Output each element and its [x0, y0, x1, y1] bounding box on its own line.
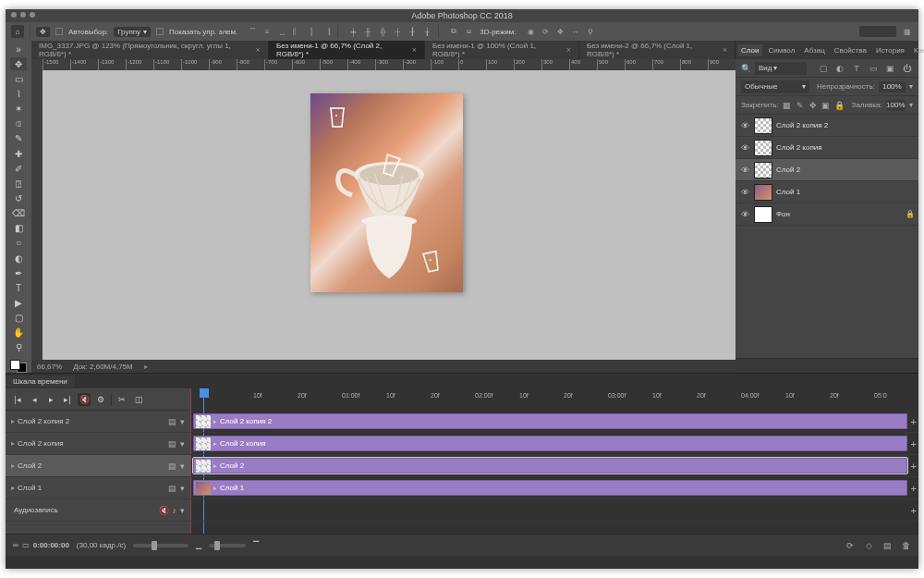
crop-tool[interactable]: ⟃	[10, 117, 27, 130]
pen-tool[interactable]: ✒	[10, 266, 27, 279]
healing-tool[interactable]: ✚	[10, 147, 27, 160]
traffic-lights[interactable]	[11, 12, 35, 18]
panel-tab[interactable]: Свойства	[831, 44, 870, 56]
align-vmid-icon[interactable]: ≡	[261, 26, 273, 37]
panel-tab[interactable]: Символ	[764, 44, 798, 56]
filter-type-icon[interactable]: T	[850, 62, 863, 75]
layer-row[interactable]: 👁Слой 2 копия	[736, 137, 918, 159]
marquee-tool[interactable]: ▭	[10, 72, 27, 85]
opacity-caret-icon[interactable]: ▾	[909, 82, 913, 91]
layer-name[interactable]: Слой 2 копия 2	[776, 121, 915, 129]
layer-row[interactable]: 👁Слой 1	[736, 181, 918, 203]
blend-mode-dropdown[interactable]: Обычные▾	[741, 80, 809, 93]
layer-name[interactable]: Слой 2 копия	[776, 143, 915, 152]
filter-adjust-icon[interactable]: ◐	[833, 62, 846, 75]
expand-tools-icon[interactable]: »	[10, 43, 27, 55]
frame-icon[interactable]: ▭	[22, 541, 30, 549]
goto-start-icon[interactable]: |◂	[11, 393, 24, 406]
autoalign-icon[interactable]: ⧉	[448, 26, 459, 37]
timeline-track[interactable]: ▸Слой 2+	[190, 455, 918, 477]
eye-icon[interactable]: 👁	[739, 120, 750, 131]
add-clip-icon[interactable]: +	[911, 416, 917, 427]
tl-trash-icon[interactable]: 🗑	[900, 540, 911, 551]
filter-toggle[interactable]: ⏻	[900, 62, 913, 75]
doc-info-menu-icon[interactable]: ▸	[144, 363, 148, 371]
eye-icon[interactable]: 👁	[739, 209, 750, 220]
layer-name[interactable]: Слой 2	[776, 166, 915, 174]
timeline-ruler[interactable]: 10f20f01:00f10f20f02:00f10f20f03:00f10f2…	[190, 388, 918, 411]
add-audio-icon[interactable]: +	[911, 505, 917, 516]
shape-tool[interactable]: ▢	[10, 312, 27, 325]
panel-tab[interactable]: Абзац	[800, 44, 828, 56]
timeline-track[interactable]: ▸Слой 2 копия+	[190, 433, 918, 455]
timeline-track-label[interactable]: ▸Слой 2 копия 2▤▾	[6, 411, 190, 433]
eye-icon[interactable]: 👁	[739, 165, 750, 176]
layer-filter-dropdown[interactable]: Вид▾	[755, 62, 807, 75]
type-tool[interactable]: T	[10, 281, 27, 294]
home-icon[interactable]: ⌂	[11, 25, 24, 38]
add-clip-icon[interactable]: +	[911, 483, 917, 494]
tl-menu-1-icon[interactable]: ⟳	[845, 540, 856, 551]
settings-icon[interactable]: ⚙	[94, 393, 107, 406]
add-clip-icon[interactable]: +	[911, 438, 917, 449]
align-hmid-icon[interactable]: ⎮	[306, 26, 317, 37]
next-frame-icon[interactable]: ▸|	[61, 393, 74, 406]
zoom3d-icon[interactable]: ⚲	[585, 26, 596, 37]
layer-thumbnail[interactable]	[754, 206, 772, 223]
autoselect-checkbox[interactable]	[55, 28, 63, 35]
layer-thumbnail[interactable]	[754, 117, 772, 134]
document-tab[interactable]: Без имени-1 @ 100% (Слой 1, RGB/8*) *×	[425, 41, 579, 59]
tl-menu-2-icon[interactable]: ◇	[863, 540, 874, 551]
color-swatches[interactable]	[10, 360, 27, 373]
layer-row[interactable]: 👁Фон🔒	[736, 203, 918, 226]
audio-mute-icon[interactable]: 🔇	[159, 506, 169, 515]
hand-tool[interactable]: ✋	[10, 326, 27, 339]
gradient-tool[interactable]: ◧	[10, 222, 27, 235]
filter-shape-icon[interactable]: ▭	[867, 62, 880, 75]
pan-icon[interactable]: ✥	[555, 26, 566, 37]
transition-icon[interactable]: ◫	[132, 393, 145, 406]
panel-tab[interactable]: Слои	[737, 44, 762, 56]
eraser-tool[interactable]: ⌫	[10, 207, 27, 220]
track-props-icon[interactable]: ▤	[168, 417, 176, 426]
playhead[interactable]	[200, 388, 209, 411]
brush-tool[interactable]: ✐	[10, 162, 27, 175]
dist-2[interactable]: ╫	[362, 26, 373, 37]
stamp-tool[interactable]: ⍰	[10, 177, 27, 190]
workspace-icon[interactable]: ▦	[902, 26, 913, 37]
filter-image-icon[interactable]: ▢	[817, 62, 830, 75]
autoselect-mode-dropdown[interactable]: Группу▾	[114, 27, 151, 37]
audio-track-label[interactable]: Аудиозапись 🔇♪▾	[6, 499, 190, 522]
play-icon[interactable]: ▸	[44, 393, 57, 406]
timeline-clip[interactable]: ▸Слой 1	[193, 480, 907, 496]
zoom-out-icon[interactable]: ▁	[196, 541, 201, 549]
close-tab-icon[interactable]: ×	[256, 45, 261, 55]
timeline-track-label[interactable]: ▸Слой 2 копия▤▾	[6, 433, 190, 455]
move-tool[interactable]: ✥	[10, 57, 27, 70]
audio-music-icon[interactable]: ♪	[173, 506, 177, 515]
autoalign-2-icon[interactable]: ⧇	[463, 26, 474, 37]
lock-transparent-icon[interactable]: ▦	[783, 99, 792, 112]
tl-menu-3-icon[interactable]: ▤	[881, 540, 893, 551]
blur-tool[interactable]: ○	[10, 237, 27, 250]
filter-smart-icon[interactable]: ▣	[883, 62, 896, 75]
dist-4[interactable]: ┼	[392, 26, 403, 37]
panel-tab[interactable]: Каналы	[910, 44, 924, 56]
layer-name[interactable]: Фон	[776, 210, 902, 218]
dist-6[interactable]: ╁	[421, 26, 432, 37]
layer-row[interactable]: 👁Слой 2	[736, 159, 918, 181]
eye-icon[interactable]: 👁	[739, 187, 750, 198]
align-left-icon[interactable]: |⎸	[291, 26, 302, 37]
prev-frame-icon[interactable]: ◂	[28, 393, 41, 406]
history-brush-tool[interactable]: ↺	[10, 191, 27, 204]
layer-thumbnail[interactable]	[754, 162, 772, 178]
eyedropper-tool[interactable]: ✎	[10, 132, 27, 145]
show-transform-checkbox[interactable]	[156, 28, 164, 35]
timeline-clip[interactable]: ▸Слой 2	[193, 458, 907, 473]
layer-thumbnail[interactable]	[754, 184, 772, 201]
doc-info[interactable]: Док: 2,60M/4,75M	[73, 363, 133, 371]
layer-name[interactable]: Слой 1	[776, 188, 915, 196]
split-icon[interactable]: ✂	[116, 393, 128, 406]
fill-field[interactable]: 100%	[886, 100, 906, 111]
slide-icon[interactable]: ↔	[570, 26, 581, 37]
